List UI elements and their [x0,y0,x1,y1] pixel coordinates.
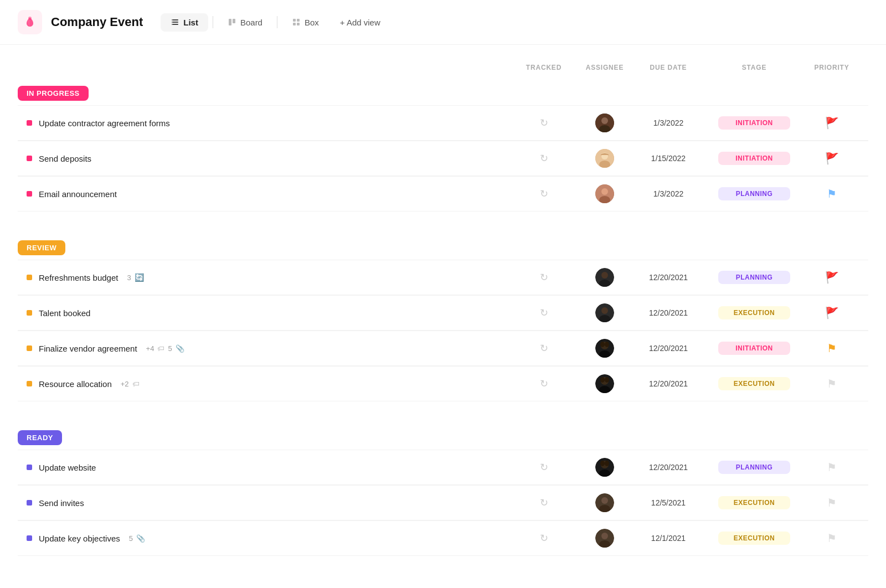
add-view-label: + Add view [340,18,380,27]
due-date-cell: 12/20/2021 [632,308,704,317]
tracked-cell: ↻ [511,497,577,509]
tab-list-label: List [183,18,198,27]
due-date-cell: 1/15/2022 [632,154,704,163]
stage-badge: EXECUTION [718,496,790,509]
stage-badge: INITIATION [718,116,790,130]
tracked-icon: ↻ [540,152,548,164]
table-row[interactable]: Talent booked ↻ 12/20/2021 EXECUTION 🚩 [18,295,868,331]
svg-point-27 [601,307,608,314]
priority-cell: 🚩 [804,116,859,130]
table-row[interactable]: Resource allocation +2 🏷 ↻ 12/20/2021 EX… [18,366,868,401]
app-icon [18,10,42,34]
tracked-icon: ↻ [540,117,548,129]
tab-list[interactable]: List [161,13,208,32]
svg-rect-8 [229,19,231,25]
avatar [595,458,614,477]
add-view-button[interactable]: + Add view [331,13,389,32]
task-name-cell: Update website [27,463,511,472]
stage-badge: EXECUTION [718,532,790,545]
svg-rect-6 [172,22,173,23]
section-in-progress: IN PROGRESS Update contractor agreement … [18,77,868,212]
meta-tag-icon: 🏷 [157,344,164,353]
stage-badge: PLANNING [718,461,790,474]
tracked-icon: ↻ [540,342,548,354]
assignee-cell [577,458,632,477]
svg-point-31 [600,342,605,347]
meta-refresh-icon: 🔄 [135,273,144,282]
task-name-cell: Send deposits [27,154,511,163]
priority-cell: ⚑ [804,532,859,545]
section-header-in-progress: IN PROGRESS [18,77,868,105]
assignee-cell [577,339,632,358]
col-due-date: DUE DATE [632,64,704,71]
due-date-cell: 12/20/2021 [632,463,704,472]
priority-cell: 🚩 [804,152,859,165]
tracked-cell: ↻ [511,152,577,164]
task-name: Send deposits [39,154,91,163]
tab-box[interactable]: Box [282,13,329,32]
meta-attach-icon: 📎 [176,344,184,353]
assignee-cell [577,529,632,548]
task-meta: +4 🏷 5 📎 [146,344,184,353]
priority-cell: 🚩 [804,271,859,284]
priority-cell: ⚑ [804,496,859,509]
task-dot [27,381,32,386]
due-date-cell: 1/3/2022 [632,118,704,127]
priority-cell: ⚑ [804,377,859,390]
table-row[interactable]: Finalize vendor agreement +4 🏷 5 📎 ↻ 12/… [18,331,868,366]
meta-tag-icon: 🏷 [132,380,140,388]
svg-rect-9 [233,19,235,23]
due-date-cell: 12/5/2021 [632,498,704,507]
task-name-cell: Email announcement [27,189,511,199]
avatar [595,114,614,132]
meta-count: 3 [127,274,131,282]
tab-board[interactable]: Board [218,13,272,32]
table-row[interactable]: Update key objectives 5 📎 ↻ 12/1/2021 EX… [18,520,868,556]
stage-cell: EXECUTION [704,306,804,319]
task-name-cell: Refreshments budget 3 🔄 [27,273,511,282]
tracked-icon: ↻ [540,188,548,200]
tab-board-label: Board [240,18,262,27]
task-dot [27,191,32,197]
stage-cell: PLANNING [704,187,804,200]
badge-review: REVIEW [18,240,65,255]
stage-cell: EXECUTION [704,377,804,390]
table-row[interactable]: Email announcement ↻ 1/3/2022 PLANNING ⚑ [18,176,868,212]
svg-point-36 [600,377,605,383]
tracked-cell: ↻ [511,307,577,319]
meta-attach-count: 5 [129,534,133,543]
nav-tabs: List Board Box + Add view [161,13,389,32]
table-header: TRACKED ASSIGNEE DUE DATE STAGE PRIORITY [18,58,868,77]
avatar [595,184,614,203]
meta-count: +2 [121,380,129,388]
table-row[interactable]: Send invites ↻ 12/5/2021 EXECUTION ⚑ [18,485,868,520]
due-date-cell: 1/3/2022 [632,189,704,198]
svg-point-37 [605,377,609,383]
meta-count: +4 [146,344,154,353]
svg-rect-10 [293,19,296,22]
table-row[interactable]: Update contractor agreement forms ↻ 1/3/… [18,105,868,141]
assignee-cell [577,149,632,168]
stage-cell: EXECUTION [704,532,804,545]
svg-point-45 [601,497,608,504]
tracked-icon: ↻ [540,461,548,473]
tab-box-label: Box [305,18,319,27]
due-date-cell: 12/1/2021 [632,534,704,543]
svg-rect-11 [297,19,300,22]
table-row[interactable]: Send deposits ↻ 1/15/2022 INITIATION 🚩 [18,141,868,176]
tracked-icon: ↻ [540,307,548,319]
avatar [595,529,614,548]
svg-point-1 [28,17,32,20]
task-name-cell: Update key objectives 5 📎 [27,534,511,543]
tracked-cell: ↻ [511,532,577,544]
header: Company Event List Board [0,0,886,45]
table-row[interactable]: Update website ↻ 12/20/2021 PLANNING ⚑ [18,450,868,485]
table-row[interactable]: Refreshments budget 3 🔄 ↻ 12/20/2021 PLA… [18,260,868,295]
assignee-cell [577,114,632,132]
task-name: Resource allocation [39,379,112,389]
section-ready: READY Update website ↻ 12/20/2021 PLANNI… [18,421,868,556]
col-stage: STAGE [704,64,804,71]
task-dot [27,535,32,541]
due-date-cell: 12/20/2021 [632,379,704,388]
nav-divider-1 [213,16,213,28]
